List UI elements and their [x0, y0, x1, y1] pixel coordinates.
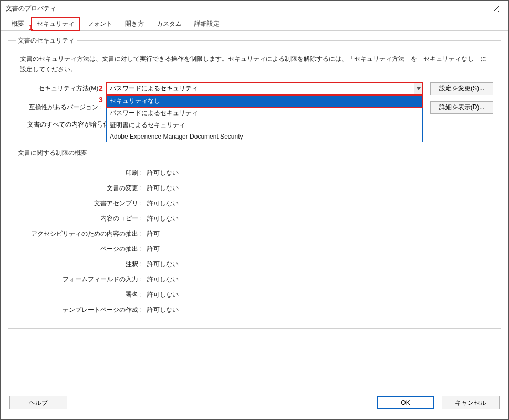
show-details-button[interactable]: 詳細を表示(D)... — [430, 101, 493, 114]
dialog-footer: ヘルプ OK キャンセル — [0, 393, 509, 420]
restriction-row: 内容のコピー :許可しない — [16, 214, 493, 223]
restriction-value: 許可 — [147, 245, 160, 254]
restriction-value: 許可しない — [147, 290, 179, 299]
ok-button[interactable]: OK — [377, 396, 434, 410]
restriction-label: 内容のコピー : — [16, 214, 147, 223]
restriction-value: 許可しない — [147, 260, 179, 269]
change-settings-button[interactable]: 設定を変更(S)... — [430, 82, 493, 95]
restriction-row: 注釈 :許可しない — [16, 260, 493, 269]
tab-strip: 概要 セキュリティ フォント 開き方 カスタム 詳細設定 — [1, 17, 508, 31]
restriction-label: 印刷 : — [16, 169, 147, 177]
compatibility-label: 互換性があるバージョン : — [16, 103, 106, 112]
restriction-row: ページの抽出 :許可 — [16, 245, 493, 254]
restriction-row: フォームフィールドの入力 :許可しない — [16, 275, 493, 284]
close-icon — [493, 6, 500, 12]
help-button[interactable]: ヘルプ — [9, 396, 67, 410]
security-method-select-wrap: パスワードによるセキュリティ 2 3 セキュリティなし パスワードによるセキュリ… — [106, 83, 423, 94]
encrypt-label: 文書のすべての内容が暗号化 — [16, 120, 109, 129]
restriction-row: 文書の変更 :許可しない — [16, 184, 493, 193]
restriction-value: 許可しない — [147, 275, 179, 284]
chevron-down-icon — [414, 83, 422, 94]
tab-security[interactable]: セキュリティ — [31, 17, 80, 31]
tab-custom[interactable]: カスタム — [151, 17, 188, 30]
security-method-dropdown: セキュリティなし パスワードによるセキュリティ 証明書によるセキュリティ Ado… — [106, 94, 423, 142]
title-bar: 文書のプロパティ — [1, 1, 508, 17]
restriction-label: アクセシビリティのための内容の抽出 : — [16, 229, 147, 238]
security-legend: 文書のセキュリティ — [16, 36, 77, 45]
restriction-label: 注釈 : — [16, 260, 147, 269]
restrictions-list: 印刷 :許可しない文書の変更 :許可しない文書アセンブリ :許可しない内容のコピ… — [16, 169, 493, 314]
window-title: 文書のプロパティ — [6, 4, 56, 13]
restriction-label: テンプレートページの作成 : — [16, 306, 147, 314]
option-certificate-security[interactable]: 証明書によるセキュリティ — [107, 119, 422, 131]
annotation-3: 3 — [99, 96, 103, 104]
option-aem-security[interactable]: Adobe Experience Manager Document Securi… — [107, 131, 422, 142]
restriction-row: アクセシビリティのための内容の抽出 :許可 — [16, 229, 493, 238]
restriction-label: 文書の変更 : — [16, 184, 147, 193]
restriction-row: 署名 :許可しない — [16, 290, 493, 299]
annotation-1: 1 — [29, 23, 33, 32]
restriction-row: テンプレートページの作成 :許可しない — [16, 306, 493, 314]
right-buttons: OK キャンセル — [377, 396, 500, 410]
cancel-button[interactable]: キャンセル — [442, 396, 500, 410]
tab-advanced[interactable]: 詳細設定 — [189, 17, 225, 30]
security-description: 文書のセキュリティ方法は、文書に対して実行できる操作を制限します。セキュリティに… — [20, 54, 491, 75]
restrictions-legend: 文書に関する制限の概要 — [16, 149, 89, 158]
restriction-label: フォームフィールドの入力 : — [16, 275, 147, 284]
restriction-value: 許可しない — [147, 214, 179, 223]
security-method-select[interactable]: パスワードによるセキュリティ — [106, 83, 423, 94]
restriction-row: 文書アセンブリ :許可しない — [16, 199, 493, 208]
restrictions-groupbox: 文書に関する制限の概要 印刷 :許可しない文書の変更 :許可しない文書アセンブリ… — [8, 149, 501, 329]
restriction-value: 許可しない — [147, 169, 179, 177]
close-button[interactable] — [484, 1, 508, 17]
restriction-label: 署名 : — [16, 290, 147, 299]
tab-fonts[interactable]: フォント — [81, 17, 118, 30]
security-method-value: パスワードによるセキュリティ — [110, 84, 198, 93]
restriction-value: 許可しない — [147, 199, 179, 208]
restriction-value: 許可しない — [147, 306, 179, 314]
restriction-label: 文書アセンブリ : — [16, 199, 147, 208]
restriction-label: ページの抽出 : — [16, 245, 147, 254]
option-password-security[interactable]: パスワードによるセキュリティ — [107, 107, 422, 119]
content-area: 文書のセキュリティ 文書のセキュリティ方法は、文書に対して実行できる操作を制限し… — [1, 31, 508, 370]
tab-initial-view[interactable]: 開き方 — [119, 17, 150, 30]
security-method-label: セキュリティ方法(M) : — [16, 84, 106, 93]
option-no-security[interactable]: セキュリティなし — [107, 95, 422, 107]
security-method-row: セキュリティ方法(M) : パスワードによるセキュリティ 2 3 セキュリティな… — [16, 82, 493, 95]
annotation-2: 2 — [99, 84, 103, 92]
restriction-value: 許可 — [147, 229, 160, 238]
tab-summary[interactable]: 概要 — [6, 17, 30, 30]
restriction-value: 許可しない — [147, 184, 179, 193]
restriction-row: 印刷 :許可しない — [16, 169, 493, 177]
security-groupbox: 文書のセキュリティ 文書のセキュリティ方法は、文書に対して実行できる操作を制限し… — [8, 36, 501, 139]
